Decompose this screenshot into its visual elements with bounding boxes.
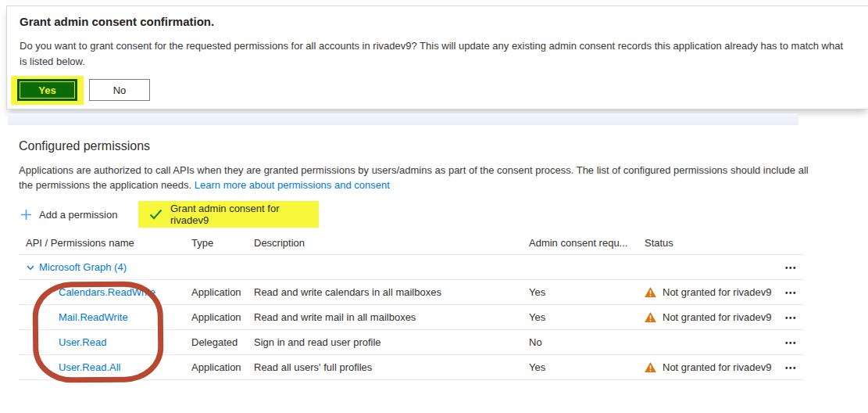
grant-consent-dialog: Grant admin consent confirmation. Do you… [6, 5, 868, 110]
status-cell: Not granted for rivadev9 [645, 311, 773, 323]
row-menu-button[interactable]: ••• [785, 262, 797, 274]
type-cell: Application [191, 361, 254, 373]
row-menu-button[interactable]: ••• [785, 337, 797, 349]
status-cell: Not granted for rivadev9 [645, 286, 773, 298]
section-description: Applications are authorized to call APIs… [19, 163, 809, 192]
header-description: Description [254, 237, 529, 249]
row-menu-button[interactable]: ••• [785, 287, 797, 299]
admin-consent-cell: Yes [529, 311, 645, 323]
dialog-body: Do you want to grant consent for the req… [20, 38, 851, 70]
section-title: Configured permissions [19, 139, 150, 153]
add-permission-label: Add a permission [39, 209, 117, 221]
description-cell: Read all users' full profiles [254, 361, 529, 373]
admin-consent-cell: Yes [529, 361, 645, 373]
chevron-down-icon[interactable] [26, 263, 35, 272]
permission-link[interactable]: User.Read.All [26, 361, 120, 373]
yes-button-highlight-annotation: Yes [11, 76, 84, 105]
permission-link[interactable]: Mail.ReadWrite [26, 311, 128, 323]
table-row: Calendars.ReadWrite Application Read and… [19, 280, 803, 305]
row-menu-button[interactable]: ••• [785, 312, 797, 324]
status-cell: Not granted for rivadev9 [645, 361, 773, 373]
type-cell: Application [191, 286, 254, 298]
header-type: Type [191, 237, 254, 249]
group-row-microsoft-graph: Microsoft Graph (4) ••• [19, 255, 803, 280]
permission-link[interactable]: User.Read [26, 336, 106, 348]
description-cell: Read and write mail in all mailboxes [254, 311, 529, 323]
group-label[interactable]: Microsoft Graph (4) [39, 261, 127, 273]
permissions-table: API / Permissions name Type Description … [19, 231, 803, 380]
learn-more-link[interactable]: Learn more about permissions and consent [195, 179, 390, 191]
header-status: Status [645, 237, 773, 249]
row-menu-button[interactable]: ••• [785, 362, 797, 374]
table-row: User.Read.All Application Read all users… [19, 355, 803, 380]
type-cell: Delegated [191, 336, 254, 348]
status-text: Not granted for rivadev9 [663, 361, 771, 373]
dialog-title: Grant admin consent confirmation. [20, 15, 214, 28]
description-cell: Read and write calendars in all mailboxe… [254, 286, 529, 298]
yes-button[interactable]: Yes [17, 79, 77, 101]
no-button[interactable]: No [89, 79, 150, 101]
table-row: User.Read Delegated Sign in and read use… [19, 330, 803, 355]
status-text: Not granted for rivadev9 [663, 311, 771, 323]
section-description-text: Applications are authorized to call APIs… [19, 164, 809, 191]
warning-icon [645, 362, 656, 372]
admin-consent-cell: Yes [529, 286, 645, 298]
admin-consent-cell: No [529, 336, 645, 348]
background-highlight-strip [8, 113, 798, 125]
warning-icon [645, 287, 656, 297]
table-row: Mail.ReadWrite Application Read and writ… [19, 305, 803, 330]
page: Grant admin consent confirmation. Do you… [0, 0, 868, 413]
add-permission-button[interactable]: Add a permission [20, 203, 117, 227]
status-text: Not granted for rivadev9 [663, 286, 771, 298]
grant-admin-consent-label: Grant admin consent for rivadev9 [170, 203, 319, 226]
header-admin-consent-required: Admin consent requ... [529, 237, 645, 249]
description-cell: Sign in and read user profile [254, 336, 529, 348]
check-icon [149, 209, 163, 220]
table-header-row: API / Permissions name Type Description … [19, 231, 803, 255]
permission-link[interactable]: Calendars.ReadWrite [26, 286, 155, 298]
plus-icon [20, 209, 32, 221]
warning-icon [645, 312, 656, 322]
type-cell: Application [191, 311, 254, 323]
header-api-permissions-name: API / Permissions name [19, 237, 191, 249]
grant-admin-consent-button[interactable]: Grant admin consent for rivadev9 [138, 201, 319, 228]
